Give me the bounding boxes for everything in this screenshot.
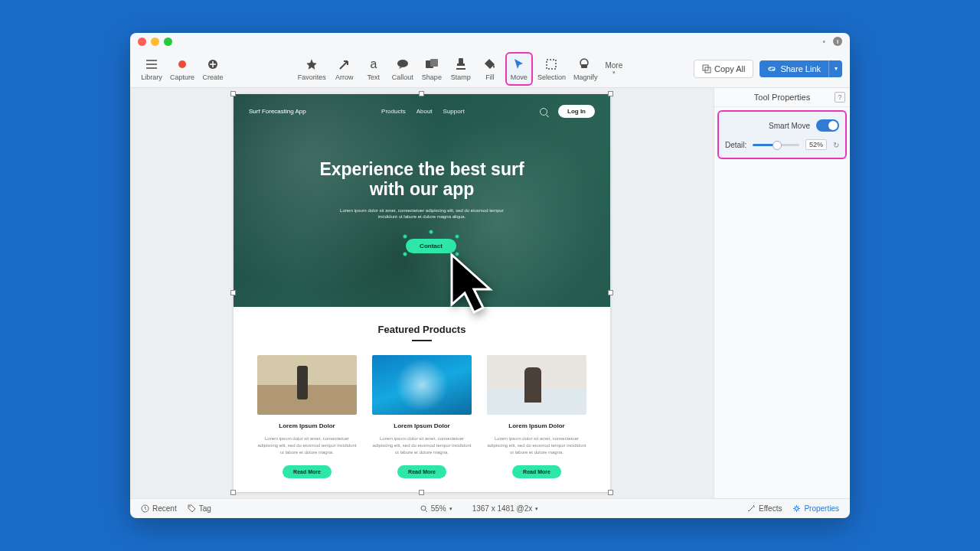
smart-move-toggle[interactable]: [816, 119, 839, 132]
smart-move-label: Smart Move: [725, 122, 810, 130]
fill-label: Fill: [485, 73, 495, 81]
effects-button[interactable]: Effects: [747, 504, 782, 513]
selection-handle[interactable]: [230, 91, 236, 96]
shape-tool[interactable]: Shape: [418, 52, 446, 86]
hamburger-icon: [146, 57, 157, 72]
speech-bubble-icon: [397, 57, 409, 72]
svg-point-12: [421, 506, 426, 510]
card-image: [257, 355, 357, 415]
callout-tool[interactable]: Callout: [389, 52, 416, 86]
move-label: Move: [511, 73, 528, 81]
heading-underline: [412, 340, 432, 341]
detail-slider[interactable]: [753, 144, 799, 146]
gear-icon: [792, 504, 801, 513]
smart-move-handle[interactable]: [455, 234, 459, 239]
link-icon: [767, 64, 776, 73]
effects-label: Effects: [759, 504, 782, 513]
smart-move-handle[interactable]: [429, 230, 433, 234]
arrow-tool[interactable]: Arrow: [331, 52, 358, 86]
card-title: Lorem Ipsum Dolor: [487, 422, 586, 429]
capture-label: Capture: [170, 73, 194, 81]
selection-handle[interactable]: [608, 290, 613, 295]
brand-text: Surf Forecasting App: [249, 108, 306, 115]
tool-properties-panel: Tool Properties ? Smart Move Detail: 52%…: [714, 88, 850, 498]
product-card: Lorem Ipsum Dolor Lorem ipsum dolor sit …: [487, 355, 586, 478]
move-tool[interactable]: Move: [505, 52, 533, 86]
product-card: Lorem Ipsum Dolor Lorem ipsum dolor sit …: [372, 355, 472, 478]
smart-move-handle[interactable]: [403, 252, 407, 256]
search-icon: [540, 108, 547, 116]
text-tool[interactable]: a Text: [360, 52, 387, 86]
share-link-button[interactable]: Share Link: [760, 60, 828, 77]
properties-label: Properties: [804, 504, 839, 513]
product-card: Lorem Ipsum Dolor Lorem ipsum dolor sit …: [257, 355, 357, 478]
recent-button[interactable]: Recent: [141, 504, 177, 513]
dimensions-display[interactable]: 1367 x 1481 @2x ▾: [472, 504, 539, 513]
panel-title: Tool Properties: [754, 93, 810, 102]
zoom-control[interactable]: 55% ▾: [420, 504, 452, 513]
properties-button[interactable]: Properties: [792, 504, 839, 513]
more-label: More: [605, 61, 622, 70]
more-tools-button[interactable]: More ▾: [602, 58, 626, 79]
plus-circle-icon: [207, 57, 218, 72]
featured-section: Featured Products Lorem Ipsum Dolor Lore…: [234, 307, 610, 495]
copy-all-button[interactable]: Copy All: [694, 60, 753, 78]
svg-point-11: [189, 506, 191, 507]
selection-handle[interactable]: [230, 490, 236, 495]
svg-rect-7: [581, 64, 587, 68]
selection-handle[interactable]: [608, 91, 613, 96]
stamp-tool[interactable]: Stamp: [447, 52, 475, 86]
arrow-icon: [338, 57, 351, 72]
svg-point-13: [795, 507, 799, 510]
magnify-label: Magnify: [573, 73, 598, 81]
main-toolbar: Library Capture Create Favorites Arrow a: [130, 50, 850, 88]
favorites-tool[interactable]: Favorites: [295, 52, 329, 86]
capture-button[interactable]: Capture: [167, 52, 198, 86]
info-button[interactable]: i: [833, 37, 842, 46]
fill-tool[interactable]: Fill: [476, 52, 504, 86]
maximize-window-button[interactable]: [164, 37, 172, 46]
magnify-tool[interactable]: Magnify: [570, 52, 601, 86]
read-more-button: Read More: [283, 465, 332, 478]
status-bar: Recent Tag 55% ▾ 1367 x 1481 @2x ▾ Effec…: [130, 498, 850, 518]
selection-handle[interactable]: [608, 490, 613, 495]
stamp-label: Stamp: [451, 73, 471, 81]
share-dropdown-button[interactable]: ▾: [828, 60, 842, 77]
card-desc: Lorem ipsum dolor sit amet, consectetuer…: [372, 435, 472, 456]
detail-value[interactable]: 52%: [805, 139, 827, 150]
selection-tool[interactable]: Selection: [534, 52, 569, 86]
hero-section: Surf Forecasting App Products About Supp…: [234, 94, 610, 307]
selection-handle[interactable]: [419, 91, 424, 96]
svg-point-2: [397, 60, 408, 67]
text-icon: a: [370, 57, 377, 72]
text-label: Text: [368, 73, 381, 81]
canvas-area[interactable]: Surf Forecasting App Products About Supp…: [130, 88, 714, 498]
featured-heading: Featured Products: [256, 324, 587, 335]
chevron-down-icon: ▾: [612, 70, 616, 76]
app-window: • i Library Capture Create Favorites: [130, 33, 850, 518]
card-desc: Lorem ipsum dolor sit amet, consectetuer…: [487, 435, 586, 456]
card-image: [372, 355, 472, 415]
dimensions-value: 1367 x 1481 @2x: [472, 504, 533, 513]
callout-label: Callout: [392, 73, 413, 81]
stamp-icon: [456, 57, 466, 72]
svg-rect-5: [547, 60, 556, 69]
library-button[interactable]: Library: [138, 52, 165, 86]
search-icon: [420, 505, 428, 513]
hero-title-line2: with our app: [234, 179, 610, 199]
hero-subtitle: Lorem ipsum dolor sit amet, consectetuer…: [330, 207, 514, 220]
zoom-value: 55%: [431, 504, 446, 513]
smart-move-handle[interactable]: [403, 234, 407, 239]
create-button[interactable]: Create: [199, 52, 227, 86]
selection-handle[interactable]: [230, 290, 236, 295]
share-link-label: Share Link: [780, 64, 821, 73]
help-button[interactable]: ?: [835, 92, 845, 103]
tag-button[interactable]: Tag: [188, 504, 211, 513]
selection-handle[interactable]: [419, 490, 424, 495]
close-window-button[interactable]: [138, 37, 146, 46]
reset-icon[interactable]: ↻: [833, 141, 839, 149]
nav-link: Products: [381, 108, 406, 115]
properties-highlight: Smart Move Detail: 52% ↻: [717, 110, 847, 159]
minimize-window-button[interactable]: [151, 37, 159, 46]
copy-icon: [702, 64, 711, 73]
